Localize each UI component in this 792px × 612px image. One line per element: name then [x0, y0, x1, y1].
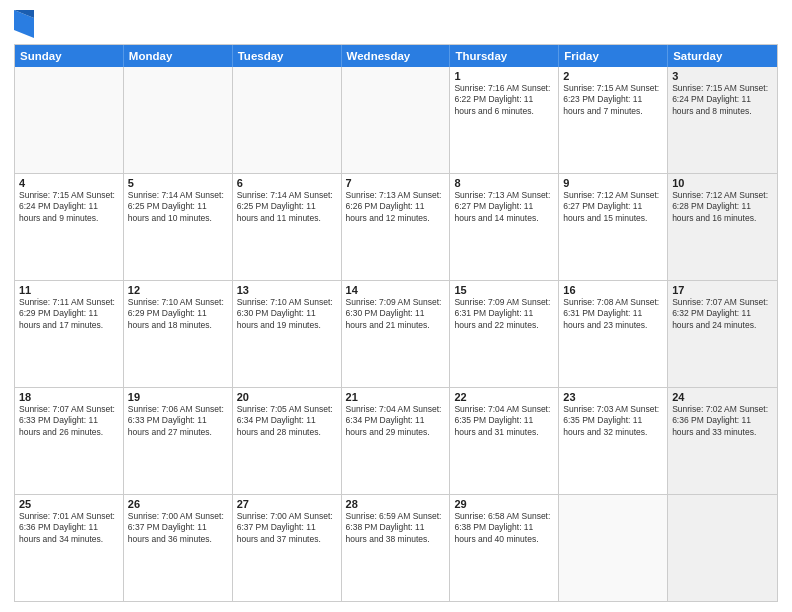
calendar-cell: 10Sunrise: 7:12 AM Sunset: 6:28 PM Dayli… — [668, 174, 777, 280]
calendar-cell: 25Sunrise: 7:01 AM Sunset: 6:36 PM Dayli… — [15, 495, 124, 601]
weekday-header: Wednesday — [342, 45, 451, 67]
calendar-cell: 4Sunrise: 7:15 AM Sunset: 6:24 PM Daylig… — [15, 174, 124, 280]
day-number: 16 — [563, 284, 663, 296]
day-info: Sunrise: 7:01 AM Sunset: 6:36 PM Dayligh… — [19, 511, 119, 545]
calendar-row: 11Sunrise: 7:11 AM Sunset: 6:29 PM Dayli… — [15, 280, 777, 387]
calendar-cell: 16Sunrise: 7:08 AM Sunset: 6:31 PM Dayli… — [559, 281, 668, 387]
day-info: Sunrise: 7:12 AM Sunset: 6:28 PM Dayligh… — [672, 190, 773, 224]
calendar-row: 25Sunrise: 7:01 AM Sunset: 6:36 PM Dayli… — [15, 494, 777, 601]
day-info: Sunrise: 7:07 AM Sunset: 6:33 PM Dayligh… — [19, 404, 119, 438]
calendar-cell: 20Sunrise: 7:05 AM Sunset: 6:34 PM Dayli… — [233, 388, 342, 494]
calendar-cell: 7Sunrise: 7:13 AM Sunset: 6:26 PM Daylig… — [342, 174, 451, 280]
calendar-cell: 21Sunrise: 7:04 AM Sunset: 6:34 PM Dayli… — [342, 388, 451, 494]
weekday-header: Monday — [124, 45, 233, 67]
calendar-cell: 29Sunrise: 6:58 AM Sunset: 6:38 PM Dayli… — [450, 495, 559, 601]
calendar-cell — [233, 67, 342, 173]
day-number: 18 — [19, 391, 119, 403]
day-info: Sunrise: 7:00 AM Sunset: 6:37 PM Dayligh… — [237, 511, 337, 545]
day-number: 24 — [672, 391, 773, 403]
calendar-cell: 13Sunrise: 7:10 AM Sunset: 6:30 PM Dayli… — [233, 281, 342, 387]
day-number: 9 — [563, 177, 663, 189]
day-info: Sunrise: 7:02 AM Sunset: 6:36 PM Dayligh… — [672, 404, 773, 438]
calendar-cell: 15Sunrise: 7:09 AM Sunset: 6:31 PM Dayli… — [450, 281, 559, 387]
day-number: 13 — [237, 284, 337, 296]
calendar-cell: 9Sunrise: 7:12 AM Sunset: 6:27 PM Daylig… — [559, 174, 668, 280]
day-number: 17 — [672, 284, 773, 296]
day-number: 23 — [563, 391, 663, 403]
day-info: Sunrise: 7:09 AM Sunset: 6:31 PM Dayligh… — [454, 297, 554, 331]
day-info: Sunrise: 7:08 AM Sunset: 6:31 PM Dayligh… — [563, 297, 663, 331]
calendar-cell — [15, 67, 124, 173]
calendar-header: SundayMondayTuesdayWednesdayThursdayFrid… — [15, 45, 777, 67]
day-number: 10 — [672, 177, 773, 189]
calendar-cell: 5Sunrise: 7:14 AM Sunset: 6:25 PM Daylig… — [124, 174, 233, 280]
header — [14, 10, 778, 38]
day-info: Sunrise: 7:03 AM Sunset: 6:35 PM Dayligh… — [563, 404, 663, 438]
calendar-cell: 3Sunrise: 7:15 AM Sunset: 6:24 PM Daylig… — [668, 67, 777, 173]
day-info: Sunrise: 7:00 AM Sunset: 6:37 PM Dayligh… — [128, 511, 228, 545]
day-number: 22 — [454, 391, 554, 403]
day-info: Sunrise: 7:16 AM Sunset: 6:22 PM Dayligh… — [454, 83, 554, 117]
day-info: Sunrise: 7:09 AM Sunset: 6:30 PM Dayligh… — [346, 297, 446, 331]
day-info: Sunrise: 7:15 AM Sunset: 6:23 PM Dayligh… — [563, 83, 663, 117]
calendar-cell: 11Sunrise: 7:11 AM Sunset: 6:29 PM Dayli… — [15, 281, 124, 387]
day-info: Sunrise: 7:13 AM Sunset: 6:26 PM Dayligh… — [346, 190, 446, 224]
day-number: 28 — [346, 498, 446, 510]
day-info: Sunrise: 7:07 AM Sunset: 6:32 PM Dayligh… — [672, 297, 773, 331]
day-info: Sunrise: 7:10 AM Sunset: 6:29 PM Dayligh… — [128, 297, 228, 331]
day-info: Sunrise: 7:05 AM Sunset: 6:34 PM Dayligh… — [237, 404, 337, 438]
calendar-cell: 27Sunrise: 7:00 AM Sunset: 6:37 PM Dayli… — [233, 495, 342, 601]
calendar-cell: 22Sunrise: 7:04 AM Sunset: 6:35 PM Dayli… — [450, 388, 559, 494]
calendar-row: 18Sunrise: 7:07 AM Sunset: 6:33 PM Dayli… — [15, 387, 777, 494]
calendar-cell: 14Sunrise: 7:09 AM Sunset: 6:30 PM Dayli… — [342, 281, 451, 387]
day-number: 12 — [128, 284, 228, 296]
calendar-cell — [342, 67, 451, 173]
day-number: 6 — [237, 177, 337, 189]
calendar-cell: 12Sunrise: 7:10 AM Sunset: 6:29 PM Dayli… — [124, 281, 233, 387]
day-info: Sunrise: 7:14 AM Sunset: 6:25 PM Dayligh… — [237, 190, 337, 224]
weekday-header: Thursday — [450, 45, 559, 67]
day-number: 7 — [346, 177, 446, 189]
day-info: Sunrise: 7:04 AM Sunset: 6:35 PM Dayligh… — [454, 404, 554, 438]
day-info: Sunrise: 7:14 AM Sunset: 6:25 PM Dayligh… — [128, 190, 228, 224]
day-number: 27 — [237, 498, 337, 510]
calendar: SundayMondayTuesdayWednesdayThursdayFrid… — [14, 44, 778, 602]
calendar-cell: 17Sunrise: 7:07 AM Sunset: 6:32 PM Dayli… — [668, 281, 777, 387]
calendar-body: 1Sunrise: 7:16 AM Sunset: 6:22 PM Daylig… — [15, 67, 777, 601]
day-number: 14 — [346, 284, 446, 296]
day-number: 20 — [237, 391, 337, 403]
day-info: Sunrise: 7:13 AM Sunset: 6:27 PM Dayligh… — [454, 190, 554, 224]
day-number: 11 — [19, 284, 119, 296]
day-number: 19 — [128, 391, 228, 403]
calendar-row: 4Sunrise: 7:15 AM Sunset: 6:24 PM Daylig… — [15, 173, 777, 280]
weekday-header: Friday — [559, 45, 668, 67]
calendar-cell — [124, 67, 233, 173]
calendar-cell: 26Sunrise: 7:00 AM Sunset: 6:37 PM Dayli… — [124, 495, 233, 601]
weekday-header: Tuesday — [233, 45, 342, 67]
day-info: Sunrise: 7:10 AM Sunset: 6:30 PM Dayligh… — [237, 297, 337, 331]
day-info: Sunrise: 7:12 AM Sunset: 6:27 PM Dayligh… — [563, 190, 663, 224]
day-info: Sunrise: 7:15 AM Sunset: 6:24 PM Dayligh… — [672, 83, 773, 117]
logo-icon — [14, 10, 34, 38]
day-info: Sunrise: 7:11 AM Sunset: 6:29 PM Dayligh… — [19, 297, 119, 331]
day-number: 15 — [454, 284, 554, 296]
day-number: 8 — [454, 177, 554, 189]
day-info: Sunrise: 7:15 AM Sunset: 6:24 PM Dayligh… — [19, 190, 119, 224]
day-number: 3 — [672, 70, 773, 82]
weekday-header: Saturday — [668, 45, 777, 67]
day-info: Sunrise: 6:59 AM Sunset: 6:38 PM Dayligh… — [346, 511, 446, 545]
day-info: Sunrise: 6:58 AM Sunset: 6:38 PM Dayligh… — [454, 511, 554, 545]
day-number: 1 — [454, 70, 554, 82]
calendar-cell: 23Sunrise: 7:03 AM Sunset: 6:35 PM Dayli… — [559, 388, 668, 494]
day-number: 4 — [19, 177, 119, 189]
day-info: Sunrise: 7:04 AM Sunset: 6:34 PM Dayligh… — [346, 404, 446, 438]
calendar-cell: 24Sunrise: 7:02 AM Sunset: 6:36 PM Dayli… — [668, 388, 777, 494]
day-info: Sunrise: 7:06 AM Sunset: 6:33 PM Dayligh… — [128, 404, 228, 438]
day-number: 25 — [19, 498, 119, 510]
logo — [14, 10, 38, 38]
day-number: 26 — [128, 498, 228, 510]
calendar-cell — [668, 495, 777, 601]
day-number: 5 — [128, 177, 228, 189]
calendar-row: 1Sunrise: 7:16 AM Sunset: 6:22 PM Daylig… — [15, 67, 777, 173]
day-number: 2 — [563, 70, 663, 82]
